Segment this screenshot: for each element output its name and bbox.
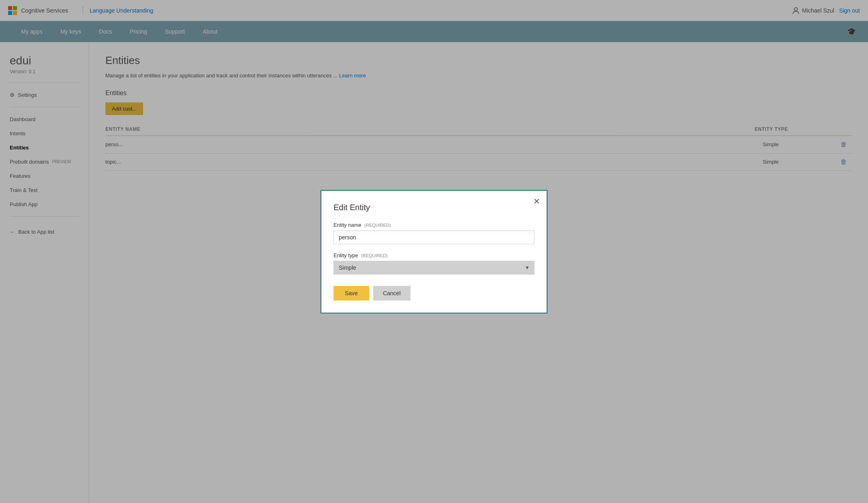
entity-type-select-wrapper: Simple Hierarchical Composite List Regul… — [334, 261, 534, 275]
entity-name-input[interactable] — [334, 230, 534, 244]
entity-type-required: (REQUIRED) — [361, 253, 387, 258]
edit-entity-modal: ✕ Edit Entity Entity name (REQUIRED) Ent… — [321, 190, 547, 313]
entity-type-label: Entity type (REQUIRED) — [334, 252, 534, 258]
entity-type-select[interactable]: Simple Hierarchical Composite List Regul… — [334, 261, 534, 275]
save-button[interactable]: Save — [334, 286, 369, 301]
entity-name-label: Entity name (REQUIRED) — [334, 222, 534, 228]
modal-title: Edit Entity — [334, 203, 534, 212]
entity-name-field: Entity name (REQUIRED) — [334, 222, 534, 244]
entity-type-field: Entity type (REQUIRED) Simple Hierarchic… — [334, 252, 534, 275]
modal-close-button[interactable]: ✕ — [533, 197, 540, 205]
modal-actions: Save Cancel — [334, 286, 534, 301]
modal-overlay: ✕ Edit Entity Entity name (REQUIRED) Ent… — [0, 0, 868, 503]
cancel-button[interactable]: Cancel — [373, 286, 410, 301]
entity-name-required: (REQUIRED) — [364, 223, 391, 228]
